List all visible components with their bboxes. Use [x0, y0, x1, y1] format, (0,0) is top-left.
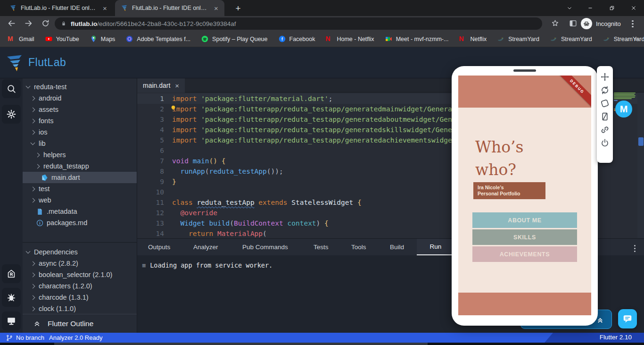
- console-tab-build[interactable]: Build: [383, 239, 411, 255]
- browser-menu-icon[interactable]: [632, 19, 643, 30]
- flutter-outline-bar[interactable]: Flutter Outline: [23, 314, 137, 333]
- chevron-right-icon[interactable]: [31, 198, 35, 202]
- console-tab-outputs[interactable]: Outputs: [141, 239, 177, 255]
- tab-title: FlutLab.io - Flutter IDE online: [132, 5, 207, 11]
- bookmark-label: Maps: [101, 36, 116, 42]
- dependency-item[interactable]: boolean_selector (2.1.0): [23, 269, 137, 280]
- address-bar[interactable]: flutlab.io/editor/5661be24-2ba8-430c-b17…: [55, 17, 542, 30]
- chevron-right-icon[interactable]: [31, 284, 35, 288]
- window-minimize-icon[interactable]: [581, 0, 600, 16]
- tree-item-lib[interactable]: lib: [23, 138, 137, 149]
- bookmark-item[interactable]: Maps: [90, 35, 116, 43]
- back-icon[interactable]: [6, 18, 17, 29]
- tree-item-ios[interactable]: ios: [23, 126, 137, 138]
- chevron-right-icon[interactable]: [35, 152, 40, 157]
- reload-icon[interactable]: [40, 18, 51, 29]
- bookmark-item[interactable]: Spotify – Play Queue: [201, 35, 267, 43]
- tree-item-packages-md[interactable]: packages.md: [23, 217, 137, 228]
- power-icon[interactable]: [600, 138, 610, 148]
- tab-close-icon[interactable]: ×: [214, 4, 218, 12]
- panel-menu-icon[interactable]: [634, 244, 636, 255]
- chevron-down-icon[interactable]: [26, 84, 31, 89]
- dependency-item[interactable]: characters (1.2.0): [23, 280, 137, 292]
- browser-tab[interactable]: FlutLab.io - Flutter IDE online×: [4, 0, 113, 16]
- device-preview-icon[interactable]: [2, 311, 21, 330]
- bookmark-item[interactable]: MGmail: [8, 35, 34, 43]
- device-emulator[interactable]: DEBUG Who’s who? Ira Nicole’s Personal P…: [452, 66, 598, 326]
- bookmarks-overflow-icon[interactable]: »: [635, 34, 638, 42]
- chevron-right-icon[interactable]: [31, 118, 35, 123]
- chevron-right-icon[interactable]: [31, 295, 35, 300]
- git-branch-icon[interactable]: [6, 334, 13, 342]
- tree-item-fonts[interactable]: fonts: [23, 115, 137, 126]
- console-tab-analyzer[interactable]: Analyzer: [187, 239, 225, 255]
- tree-item-reduta-testapp[interactable]: reduta_testapp: [23, 160, 137, 172]
- bookmark-item[interactable]: NNetflix: [459, 35, 487, 43]
- forward-icon[interactable]: [23, 18, 34, 29]
- launcher-icon[interactable]: [2, 264, 21, 283]
- bookmark-star-icon[interactable]: [549, 18, 561, 29]
- bookmark-item[interactable]: Adobe Templates f...: [125, 35, 190, 43]
- editor-tab-main-dart[interactable]: main.dart ×: [137, 78, 185, 93]
- dependency-item[interactable]: clock (1.1.0): [23, 303, 137, 314]
- chevron-down-icon[interactable]: [31, 141, 35, 145]
- bookmark-item[interactable]: YouTube: [45, 35, 79, 43]
- flutlab-brand[interactable]: FlutLab: [28, 56, 66, 69]
- tree-item-android[interactable]: android: [23, 93, 137, 104]
- editor-scrollbar[interactable]: [637, 93, 644, 238]
- chevron-right-icon[interactable]: [31, 96, 35, 101]
- move-icon[interactable]: [600, 72, 610, 82]
- tree-item-helpers[interactable]: helpers: [23, 149, 137, 160]
- chevron-down-icon[interactable]: [26, 249, 31, 254]
- chevron-right-icon[interactable]: [31, 272, 35, 277]
- console-tab-run[interactable]: Run: [417, 239, 454, 255]
- flutlab-logo[interactable]: [5, 52, 25, 73]
- console-tab-tools[interactable]: Tools: [345, 239, 373, 255]
- window-restore-icon[interactable]: [603, 0, 621, 16]
- dependencies-header[interactable]: Dependencies: [23, 246, 137, 258]
- tree-item-web[interactable]: web: [23, 194, 137, 206]
- close-tab-icon[interactable]: ×: [175, 82, 179, 90]
- bookmark-item[interactable]: StreamYard: [550, 35, 592, 43]
- bookmark-item[interactable]: NHome - Netflix: [325, 35, 374, 43]
- rotate-device-icon[interactable]: [600, 98, 610, 109]
- chevron-right-icon[interactable]: [31, 261, 35, 266]
- bookmark-item[interactable]: Meet - mvf-nzmm-...: [385, 35, 449, 43]
- new-tab-button[interactable]: +: [232, 2, 244, 15]
- chevron-right-icon[interactable]: [31, 306, 35, 311]
- side-panel-icon[interactable]: [567, 18, 578, 29]
- console-tab-pub-commands[interactable]: Pub Commands: [236, 239, 295, 255]
- debug-icon[interactable]: [2, 288, 21, 307]
- tree-item-test[interactable]: test: [23, 183, 137, 194]
- dependency-item[interactable]: charcode (1.3.1): [23, 292, 137, 303]
- scrollbar-thumb[interactable]: [638, 137, 644, 146]
- tree-item--metadata[interactable]: .metadata: [23, 206, 137, 217]
- settings-icon[interactable]: [2, 105, 21, 124]
- tab-close-icon[interactable]: ×: [103, 4, 107, 12]
- branch-label[interactable]: No branch: [16, 334, 44, 341]
- chevron-right-icon[interactable]: [31, 107, 35, 112]
- console-tab-tests[interactable]: Tests: [307, 239, 335, 255]
- bookmark-item[interactable]: StreamYard: [497, 35, 539, 43]
- dependency-item[interactable]: async (2.8.2): [23, 258, 137, 269]
- app-nav-about-me[interactable]: ABOUT ME: [472, 212, 577, 228]
- user-avatar[interactable]: M: [615, 101, 632, 118]
- window-close-icon[interactable]: [624, 0, 643, 16]
- app-nav-achievements[interactable]: ACHIEVEMENTS: [472, 246, 577, 262]
- chevron-right-icon[interactable]: [31, 186, 35, 191]
- tree-item-main-dart[interactable]: main.dart: [23, 172, 137, 183]
- chat-button[interactable]: [618, 309, 637, 328]
- tree-item-reduta-test[interactable]: reduta-test: [23, 81, 137, 93]
- window-chevron-down-icon[interactable]: [560, 0, 579, 16]
- app-nav-skills[interactable]: SKILLS: [472, 229, 577, 245]
- chevron-right-icon[interactable]: [35, 164, 40, 168]
- bookmark-item[interactable]: fFacebook: [278, 35, 315, 43]
- chevron-right-icon[interactable]: [31, 130, 35, 135]
- link-icon[interactable]: [600, 125, 610, 135]
- search-icon[interactable]: [2, 79, 21, 98]
- sync-icon[interactable]: [600, 85, 610, 95]
- tree-item-assets[interactable]: assets: [23, 104, 137, 115]
- quick-fix-bulb-icon[interactable]: [170, 105, 176, 111]
- browser-tab[interactable]: FlutLab.io - Flutter IDE online×: [115, 0, 224, 16]
- screenshot-icon[interactable]: [600, 111, 610, 122]
